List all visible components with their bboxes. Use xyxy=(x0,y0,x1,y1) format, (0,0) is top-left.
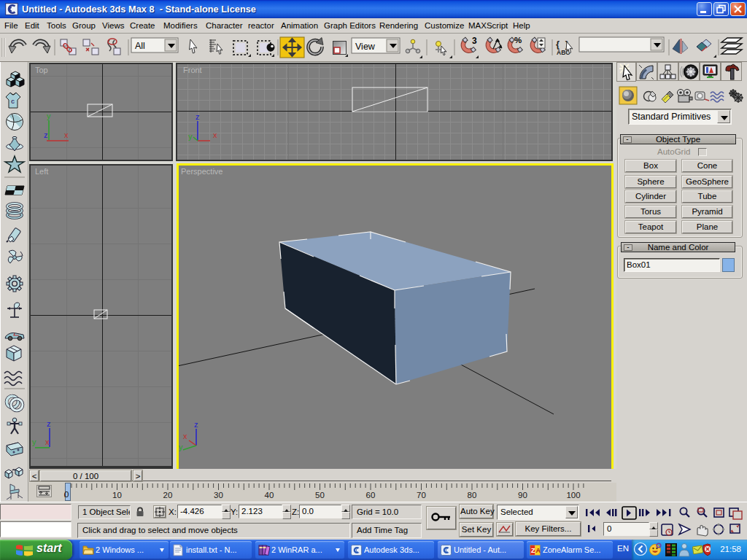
svg-text:y: y xyxy=(188,132,193,141)
svg-text:View: View xyxy=(355,42,376,52)
svg-text:z: z xyxy=(194,420,198,429)
svg-text:80: 80 xyxy=(468,491,477,499)
svg-text:x: x xyxy=(45,438,50,446)
svg-text:40: 40 xyxy=(265,491,274,499)
svg-text:3: 3 xyxy=(472,36,477,46)
svg-text:z: z xyxy=(196,112,200,121)
svg-text:50: 50 xyxy=(315,491,325,499)
svg-text:x: x xyxy=(213,131,217,139)
svg-text:z: z xyxy=(44,131,48,139)
svg-text:Z: Z xyxy=(531,547,535,554)
svg-text:30: 30 xyxy=(214,491,223,499)
svg-text:y: y xyxy=(179,443,183,451)
svg-text:c: c xyxy=(11,98,15,105)
svg-text:All: All xyxy=(135,41,145,51)
svg-text:x: x xyxy=(183,432,187,440)
svg-text:90: 90 xyxy=(518,491,527,499)
svg-text:A: A xyxy=(536,547,541,554)
svg-text:%: % xyxy=(514,36,522,44)
svg-text:y: y xyxy=(47,112,51,120)
svg-text:x: x xyxy=(64,131,69,139)
svg-text:10: 10 xyxy=(112,491,122,499)
svg-text:60: 60 xyxy=(366,491,376,499)
svg-text:ABC: ABC xyxy=(557,49,570,56)
svg-text:20: 20 xyxy=(163,491,173,499)
svg-text:z: z xyxy=(47,419,51,428)
svg-text:70: 70 xyxy=(417,491,426,499)
svg-text:100: 100 xyxy=(566,491,580,499)
svg-text:y: y xyxy=(32,438,36,446)
